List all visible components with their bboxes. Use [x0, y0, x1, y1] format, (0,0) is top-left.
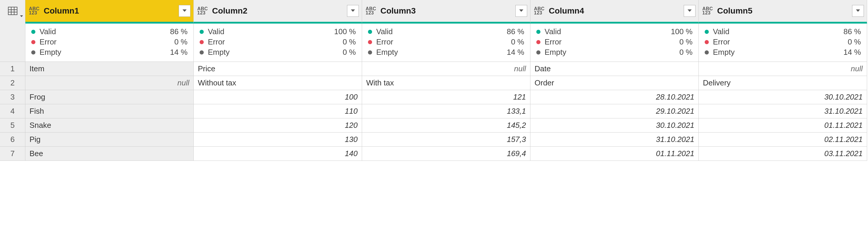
cell[interactable]: 02.11.2021 [699, 133, 867, 147]
cell[interactable]: 30.10.2021 [530, 118, 699, 133]
error-dot-icon [705, 40, 709, 44]
svg-rect-0 [8, 7, 17, 15]
row-number[interactable]: 7 [0, 147, 25, 161]
cell[interactable]: 03.11.2021 [699, 147, 867, 161]
error-dot-icon [536, 40, 540, 44]
cell[interactable]: Frog [25, 90, 194, 104]
cell[interactable]: Order [530, 76, 699, 90]
table-row[interactable]: 4Fish110133,129.10.202131.10.2021 [0, 104, 868, 118]
cell[interactable]: 140 [194, 147, 362, 161]
cell[interactable]: 28.10.2021 [530, 90, 699, 104]
cell[interactable]: Delivery [699, 76, 867, 90]
column-header-1[interactable]: ABC123Column1 [25, 0, 194, 24]
data-type-icon[interactable]: ABC123 [29, 7, 39, 15]
quality-blank [0, 24, 25, 62]
cell[interactable]: null [362, 62, 530, 76]
cell[interactable]: 121 [362, 90, 530, 104]
empty-dot-icon [368, 50, 372, 55]
table-row[interactable]: 7Bee140169,401.11.202103.11.2021 [0, 147, 868, 161]
cell[interactable]: null [25, 76, 194, 90]
cell[interactable]: With tax [362, 76, 530, 90]
column-filter-dropdown[interactable] [347, 5, 359, 17]
cell[interactable]: Snake [25, 118, 194, 133]
cell[interactable]: 30.10.2021 [699, 90, 867, 104]
cell[interactable]: Price [194, 62, 362, 76]
table-row[interactable]: 6Pig130157,331.10.202102.11.2021 [0, 133, 868, 147]
table-row[interactable]: 2nullWithout taxWith taxOrderDelivery [0, 76, 868, 90]
cell[interactable]: 157,3 [362, 133, 530, 147]
quality-empty: Empty0 % [536, 47, 692, 58]
table-row[interactable]: 3Frog10012128.10.202130.10.2021 [0, 90, 868, 104]
cell[interactable]: 133,1 [362, 104, 530, 118]
header-row: ABC123Column1ABC123Column2ABC123Column3A… [0, 0, 868, 24]
column-quality-3[interactable]: Valid86 %Error0 %Empty14 % [362, 24, 530, 62]
cell[interactable]: 120 [194, 118, 362, 133]
cell[interactable]: 29.10.2021 [530, 104, 699, 118]
row-number[interactable]: 6 [0, 133, 25, 147]
column-quality-row: Valid86 %Error0 %Empty14 %Valid100 %Erro… [0, 24, 868, 62]
column-name: Column5 [717, 6, 852, 15]
cell[interactable]: 01.11.2021 [699, 118, 867, 133]
cell[interactable]: 31.10.2021 [530, 133, 699, 147]
cell[interactable]: 169,4 [362, 147, 530, 161]
cell[interactable]: 100 [194, 90, 362, 104]
chevron-down-icon [687, 6, 692, 15]
empty-dot-icon [536, 50, 540, 55]
column-filter-dropdown[interactable] [852, 5, 864, 17]
column-header-3[interactable]: ABC123Column3 [362, 0, 530, 24]
row-number[interactable]: 3 [0, 90, 25, 104]
column-quality-4[interactable]: Valid100 %Error0 %Empty0 % [530, 24, 699, 62]
quality-error: Error0 % [705, 37, 861, 47]
cell[interactable]: Date [530, 62, 699, 76]
column-filter-dropdown[interactable] [516, 5, 527, 17]
cell[interactable]: 01.11.2021 [530, 147, 699, 161]
column-name: Column2 [212, 6, 347, 15]
data-type-icon[interactable]: ABC123 [534, 7, 545, 15]
quality-valid: Valid86 % [31, 27, 187, 37]
quality-error: Error0 % [31, 37, 187, 47]
column-name: Column1 [44, 6, 179, 15]
data-type-icon[interactable]: ABC123 [366, 7, 376, 15]
quality-valid: Valid100 % [536, 27, 692, 37]
column-quality-1[interactable]: Valid86 %Error0 %Empty14 % [25, 24, 194, 62]
column-header-4[interactable]: ABC123Column4 [530, 0, 699, 24]
column-quality-5[interactable]: Valid86 %Error0 %Empty14 % [699, 24, 867, 62]
column-header-2[interactable]: ABC123Column2 [194, 0, 362, 24]
cell[interactable]: Item [25, 62, 194, 76]
empty-dot-icon [199, 50, 204, 55]
cell[interactable]: 31.10.2021 [699, 104, 867, 118]
quality-empty: Empty14 % [705, 47, 861, 58]
cell[interactable]: 145,2 [362, 118, 530, 133]
quality-error: Error0 % [199, 37, 356, 47]
column-name: Column4 [549, 6, 684, 15]
column-quality-2[interactable]: Valid100 %Error0 %Empty0 % [194, 24, 362, 62]
quality-valid: Valid86 % [705, 27, 861, 37]
column-filter-dropdown[interactable] [179, 5, 190, 17]
cell[interactable]: Bee [25, 147, 194, 161]
quality-valid: Valid100 % [199, 27, 356, 37]
cell[interactable]: Fish [25, 104, 194, 118]
data-type-icon[interactable]: ABC123 [197, 7, 208, 15]
table-row[interactable]: 5Snake120145,230.10.202101.11.2021 [0, 118, 868, 133]
data-type-icon[interactable]: ABC123 [702, 7, 713, 15]
chevron-down-icon [350, 6, 356, 15]
select-all-corner[interactable] [0, 0, 25, 24]
column-name: Column3 [380, 6, 516, 15]
cell[interactable]: 130 [194, 133, 362, 147]
row-number[interactable]: 2 [0, 76, 25, 90]
column-header-5[interactable]: ABC123Column5 [699, 0, 867, 24]
empty-dot-icon [705, 50, 709, 55]
table-row[interactable]: 1ItemPricenullDatenull [0, 62, 868, 76]
quality-error: Error0 % [368, 37, 524, 47]
error-dot-icon [368, 40, 372, 44]
cell[interactable]: Without tax [194, 76, 362, 90]
valid-dot-icon [31, 30, 35, 34]
row-number[interactable]: 4 [0, 104, 25, 118]
cell[interactable]: null [699, 62, 867, 76]
cell[interactable]: 110 [194, 104, 362, 118]
row-number[interactable]: 5 [0, 118, 25, 133]
valid-dot-icon [536, 30, 540, 34]
row-number[interactable]: 1 [0, 62, 25, 76]
column-filter-dropdown[interactable] [684, 5, 695, 17]
cell[interactable]: Pig [25, 133, 194, 147]
